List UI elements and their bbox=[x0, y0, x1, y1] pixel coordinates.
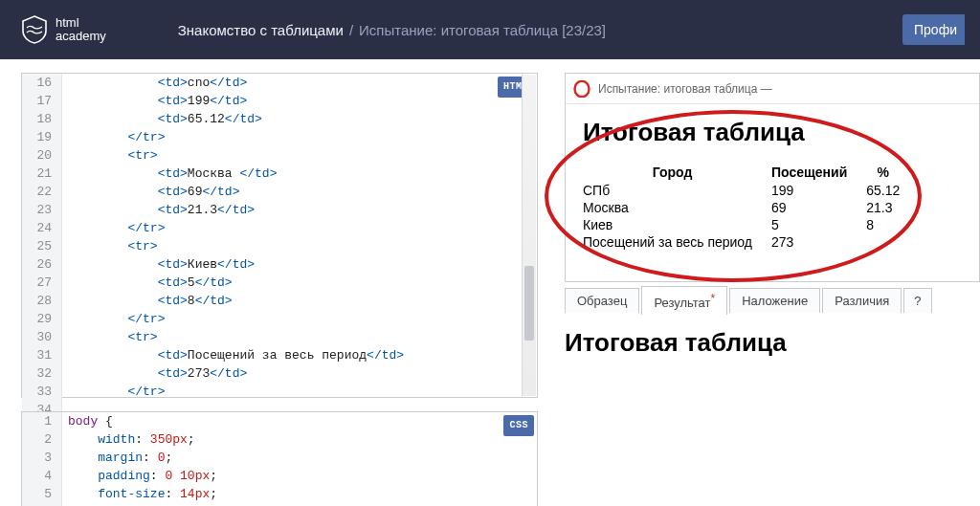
line-number: 3 bbox=[22, 449, 62, 467]
line-number: 25 bbox=[22, 237, 62, 255]
code-line[interactable]: 33 </tr> bbox=[22, 383, 537, 401]
code-content[interactable]: <td>Посещений за весь период</td> bbox=[62, 346, 537, 364]
scrollbar[interactable] bbox=[522, 75, 536, 396]
code-content[interactable]: <td>Москва </td> bbox=[62, 165, 537, 183]
table-header: Посещений bbox=[762, 163, 857, 182]
code-line[interactable]: 27 <td>5</td> bbox=[22, 274, 537, 292]
crumb-task: Испытание: итоговая таблица [23/23] bbox=[359, 22, 606, 38]
svg-point-0 bbox=[575, 80, 590, 97]
line-number: 28 bbox=[22, 292, 62, 310]
code-content[interactable]: <td>Киев</td> bbox=[62, 255, 537, 274]
table-row: СПб19965.12 bbox=[583, 182, 909, 199]
line-number: 5 bbox=[22, 485, 62, 503]
code-content[interactable]: <td>273</td> bbox=[62, 364, 537, 383]
code-line[interactable]: 5 font-size: 14px; bbox=[22, 485, 537, 503]
line-number: 18 bbox=[22, 110, 62, 128]
code-content[interactable]: body { bbox=[62, 412, 537, 430]
line-number: 21 bbox=[22, 165, 62, 183]
code-content[interactable]: <td>cno</td> bbox=[62, 74, 537, 92]
code-content[interactable]: padding: 0 10px; bbox=[62, 467, 537, 485]
code-line[interactable]: 30 <tr> bbox=[22, 328, 537, 346]
crumb-course[interactable]: Знакомство с таблицами bbox=[178, 22, 344, 38]
tab-3[interactable]: Различия bbox=[822, 288, 902, 313]
preview-heading: Итоговая таблица bbox=[583, 118, 962, 147]
code-line[interactable]: 17 <td>199</td> bbox=[22, 92, 537, 110]
tab-0[interactable]: Образец bbox=[565, 288, 639, 313]
breadcrumb: Знакомство с таблицами / Испытание: итог… bbox=[178, 22, 606, 38]
code-content[interactable]: width: 350px; bbox=[62, 430, 537, 449]
line-number: 22 bbox=[22, 183, 62, 201]
code-line[interactable]: 26 <td>Киев</td> bbox=[22, 255, 537, 274]
code-line[interactable]: 32 <td>273</td> bbox=[22, 364, 537, 383]
tab-2[interactable]: Наложение bbox=[729, 288, 820, 313]
left-column: HTML 16 <td>cno</td>17 <td>199</td>18 <t… bbox=[21, 73, 538, 506]
scrollbar-thumb[interactable] bbox=[524, 266, 534, 341]
line-number: 2 bbox=[22, 430, 62, 449]
line-number: 27 bbox=[22, 274, 62, 292]
code-line[interactable]: 3 margin: 0; bbox=[22, 449, 537, 467]
preview-table: ГородПосещений%СПб19965.12Москва6921.3Ки… bbox=[583, 163, 909, 251]
line-number: 26 bbox=[22, 255, 62, 274]
code-content[interactable]: <td>69</td> bbox=[62, 183, 537, 201]
profile-button[interactable]: Профи bbox=[902, 14, 965, 45]
code-line[interactable]: 18 <td>65.12</td> bbox=[22, 110, 537, 128]
opera-icon bbox=[573, 80, 590, 98]
code-content[interactable]: <td>21.3</td> bbox=[62, 201, 537, 219]
workspace: HTML 16 <td>cno</td>17 <td>199</td>18 <t… bbox=[0, 59, 980, 506]
shield-icon bbox=[21, 15, 48, 44]
code-content[interactable]: <td>199</td> bbox=[62, 92, 537, 110]
code-line[interactable]: 23 <td>21.3</td> bbox=[22, 201, 537, 219]
css-badge: CSS bbox=[503, 415, 534, 436]
line-number: 16 bbox=[22, 74, 62, 92]
code-content[interactable]: <tr> bbox=[62, 328, 537, 346]
code-content[interactable]: font-size: 14px; bbox=[62, 485, 537, 503]
code-content[interactable]: <td>8</td> bbox=[62, 292, 537, 310]
line-number: 30 bbox=[22, 328, 62, 346]
code-line[interactable]: 29 </tr> bbox=[22, 310, 537, 328]
line-number: 33 bbox=[22, 383, 62, 401]
code-content[interactable]: <td>5</td> bbox=[62, 274, 537, 292]
code-line[interactable]: 16 <td>cno</td> bbox=[22, 74, 537, 92]
table-cell: 5 bbox=[762, 216, 857, 233]
table-row: Киев58 bbox=[583, 216, 909, 233]
code-line[interactable]: 20 <tr> bbox=[22, 146, 537, 165]
code-content[interactable]: <tr> bbox=[62, 237, 537, 255]
css-editor[interactable]: CSS 1body {2 width: 350px;3 margin: 0;4 … bbox=[21, 411, 538, 506]
table-cell: Москва bbox=[583, 199, 762, 216]
code-line[interactable]: 28 <td>8</td> bbox=[22, 292, 537, 310]
code-content[interactable]: margin: 0; bbox=[62, 449, 537, 467]
tab-1[interactable]: Результат* bbox=[641, 286, 727, 315]
line-number: 17 bbox=[22, 92, 62, 110]
code-line[interactable]: 22 <td>69</td> bbox=[22, 183, 537, 201]
line-number: 1 bbox=[22, 412, 62, 430]
table-row: Москва6921.3 bbox=[583, 199, 909, 216]
crumb-sep: / bbox=[349, 22, 353, 38]
code-line[interactable]: 1body { bbox=[22, 412, 537, 430]
code-content[interactable]: <td>65.12</td> bbox=[62, 110, 537, 128]
code-content[interactable]: </tr> bbox=[62, 128, 537, 146]
right-column: Испытание: итоговая таблица — Итоговая т… bbox=[565, 73, 980, 506]
code-line[interactable]: 31 <td>Посещений за весь период</td> bbox=[22, 346, 537, 364]
code-content[interactable]: </tr> bbox=[62, 310, 537, 328]
code-line[interactable]: 4 padding: 0 10px; bbox=[22, 467, 537, 485]
logo[interactable]: html academy bbox=[21, 15, 106, 44]
code-content[interactable]: </tr> bbox=[62, 383, 537, 401]
code-line[interactable]: 19 </tr> bbox=[22, 128, 537, 146]
table-cell: 69 bbox=[762, 199, 857, 216]
table-header: Город bbox=[583, 163, 762, 182]
html-editor[interactable]: HTML 16 <td>cno</td>17 <td>199</td>18 <t… bbox=[21, 73, 538, 398]
tab-help[interactable]: ? bbox=[903, 288, 931, 313]
table-cell: Киев bbox=[583, 216, 762, 233]
table-cell: Посещений за весь период bbox=[583, 233, 762, 251]
line-number: 29 bbox=[22, 310, 62, 328]
code-content[interactable]: <tr> bbox=[62, 146, 537, 165]
sample-heading: Итоговая таблица bbox=[565, 328, 980, 358]
code-line[interactable]: 25 <tr> bbox=[22, 237, 537, 255]
code-content[interactable]: </tr> bbox=[62, 219, 537, 237]
code-line[interactable]: 21 <td>Москва </td> bbox=[22, 165, 537, 183]
table-cell: 273 bbox=[762, 233, 857, 251]
code-line[interactable]: 24 </tr> bbox=[22, 219, 537, 237]
table-cell: 65.12 bbox=[857, 182, 909, 199]
code-line[interactable]: 2 width: 350px; bbox=[22, 430, 537, 449]
sample-preview: Итоговая таблица bbox=[565, 320, 980, 373]
